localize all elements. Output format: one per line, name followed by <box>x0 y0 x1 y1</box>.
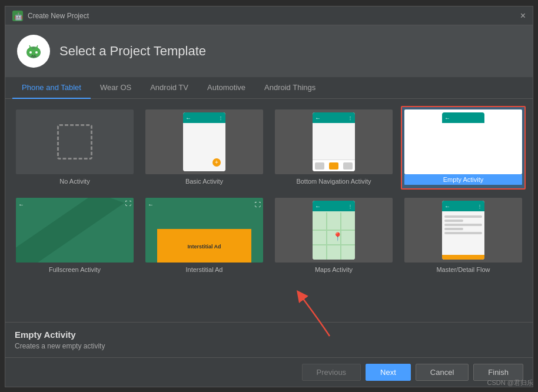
selected-activity-description: Creates a new empty activity <box>15 342 523 350</box>
template-interstitial-ad[interactable]: ← ⛶ Interstitial Ad Interstitial Ad <box>142 194 267 278</box>
master-line-2 <box>444 220 463 222</box>
svg-line-12 <box>16 198 110 263</box>
fab-button: + <box>212 158 221 167</box>
tab-automotive[interactable]: Automotive <box>198 77 255 99</box>
csdn-watermark: CSDN @君归乐 <box>487 378 533 387</box>
nav-item-1 <box>315 162 324 170</box>
create-project-dialog: 🤖 Create New Project × AS Select a Proje… <box>5 6 533 387</box>
header-title: Select a Project Template <box>59 44 206 59</box>
tab-android-tv[interactable]: Android TV <box>141 77 198 99</box>
dialog-header: AS Select a Project Template <box>5 25 533 77</box>
map-grid: 📍 <box>313 211 355 260</box>
phone-topbar-basic: ← ⋮ <box>183 112 225 123</box>
back-arrow-master: ← <box>444 203 450 210</box>
master-line-5 <box>444 232 482 234</box>
card-label-bottom-nav: Bottom Navigation Activity <box>295 177 372 186</box>
phone-body-basic: + <box>183 123 225 171</box>
cancel-button[interactable]: Cancel <box>416 364 469 381</box>
svg-point-9 <box>29 51 32 54</box>
master-line-4 <box>444 228 463 230</box>
template-master-detail[interactable]: ← ⋮ <box>401 194 526 278</box>
dots-basic: ⋮ <box>218 115 223 121</box>
nav-item-2 <box>329 162 338 170</box>
master-line-3 <box>444 224 482 226</box>
templates-grid: No Activity ← ⋮ + <box>5 99 533 322</box>
template-empty-activity[interactable]: ← Empty Activity <box>401 106 526 190</box>
previous-button[interactable]: Previous <box>302 364 361 381</box>
android-studio-logo: AS <box>23 41 44 62</box>
nav-item-3 <box>343 162 353 170</box>
preview-empty-activity: ← <box>404 109 522 174</box>
svg-text:📍: 📍 <box>333 232 343 242</box>
tabs-bar: Phone and Tablet Wear OS Android TV Auto… <box>5 77 533 99</box>
dialog-titlebar: 🤖 Create New Project × <box>5 6 533 25</box>
phone-topbar-bottom-nav: ← ⋮ <box>313 112 355 123</box>
master-line-1 <box>444 215 482 218</box>
preview-interstitial-ad: ← ⛶ Interstitial Ad <box>145 198 263 263</box>
back-arrow-basic: ← <box>185 115 191 121</box>
back-arrow-bottom-nav: ← <box>315 115 321 121</box>
template-fullscreen[interactable]: ⛶ ← Fullscreen Activity <box>12 194 137 278</box>
tab-wear-os[interactable]: Wear OS <box>91 77 141 99</box>
template-bottom-nav[interactable]: ← ⋮ Bottom Navigation Activity <box>271 106 396 190</box>
master-bottom-bar <box>442 255 484 260</box>
card-label-basic: Basic Activity <box>184 177 224 186</box>
master-lines <box>442 211 484 238</box>
close-button[interactable]: × <box>520 11 526 21</box>
card-label-empty: Empty Activity <box>404 174 522 185</box>
back-arrow-maps: ← <box>315 203 321 210</box>
card-label-maps: Maps Activity <box>314 265 354 274</box>
bottom-nav-bar <box>313 160 355 171</box>
phone-topbar-maps: ← ⋮ <box>313 201 355 211</box>
next-button[interactable]: Next <box>366 364 411 381</box>
dialog-title-text: Create New Project <box>28 12 89 20</box>
card-label-fullscreen: Fullscreen Activity <box>48 265 102 274</box>
template-maps-activity[interactable]: ← ⋮ 📍 <box>271 194 396 278</box>
phone-mockup-basic: ← ⋮ + <box>183 112 225 171</box>
diagonal-lines <box>16 198 134 263</box>
svg-point-10 <box>35 51 38 54</box>
template-no-activity[interactable]: No Activity <box>12 106 137 190</box>
preview-no-activity <box>16 109 134 174</box>
header-logo: AS <box>17 35 50 68</box>
dashed-box <box>57 124 92 160</box>
dialog-title-left: 🤖 Create New Project <box>12 11 89 21</box>
back-arrow-empty: ← <box>444 115 450 121</box>
card-label-master: Master/Detail Flow <box>435 265 491 274</box>
svg-text:🤖: 🤖 <box>14 12 23 20</box>
tab-phone-tablet[interactable]: Phone and Tablet <box>12 77 91 99</box>
phone-topbar-empty: ← <box>442 112 484 123</box>
dots-maps: ⋮ <box>348 204 353 209</box>
svg-text:AS: AS <box>31 54 36 58</box>
preview-basic-activity: ← ⋮ + <box>145 109 263 174</box>
preview-master-detail: ← ⋮ <box>404 198 522 263</box>
preview-bottom-nav: ← ⋮ <box>275 109 393 174</box>
empty-phone-body <box>442 123 484 171</box>
map-body: 📍 <box>313 211 355 260</box>
android-icon: 🤖 <box>12 11 23 21</box>
dots-bottom-nav: ⋮ <box>348 115 353 121</box>
card-label-interstitial: Interstitial Ad <box>185 265 224 274</box>
tab-android-things[interactable]: Android Things <box>255 77 325 99</box>
phone-body-bottom-nav <box>313 123 355 160</box>
dialog-footer: Previous Next Cancel Finish <box>5 357 533 387</box>
card-label-no-activity: No Activity <box>58 177 91 186</box>
template-basic-activity[interactable]: ← ⋮ + Basic Activity <box>142 106 267 190</box>
selected-activity-title: Empty Activity <box>15 330 523 340</box>
info-panel: Empty Activity Creates a new empty activ… <box>5 322 533 357</box>
phone-topbar-master: ← ⋮ <box>442 201 484 211</box>
phone-mockup-maps: ← ⋮ 📍 <box>313 201 355 260</box>
phone-body-master <box>442 211 484 255</box>
preview-maps: ← ⋮ 📍 <box>275 198 393 263</box>
dialog-body: Phone and Tablet Wear OS Android TV Auto… <box>5 77 533 357</box>
dots-master: ⋮ <box>477 204 482 209</box>
phone-mockup-master: ← ⋮ <box>442 201 484 260</box>
phone-mockup-bottom-nav: ← ⋮ <box>313 112 355 171</box>
phone-mockup-empty: ← <box>442 112 484 171</box>
preview-fullscreen: ⛶ ← <box>16 198 134 263</box>
interstitial-ad-box: Interstitial Ad <box>157 229 251 263</box>
